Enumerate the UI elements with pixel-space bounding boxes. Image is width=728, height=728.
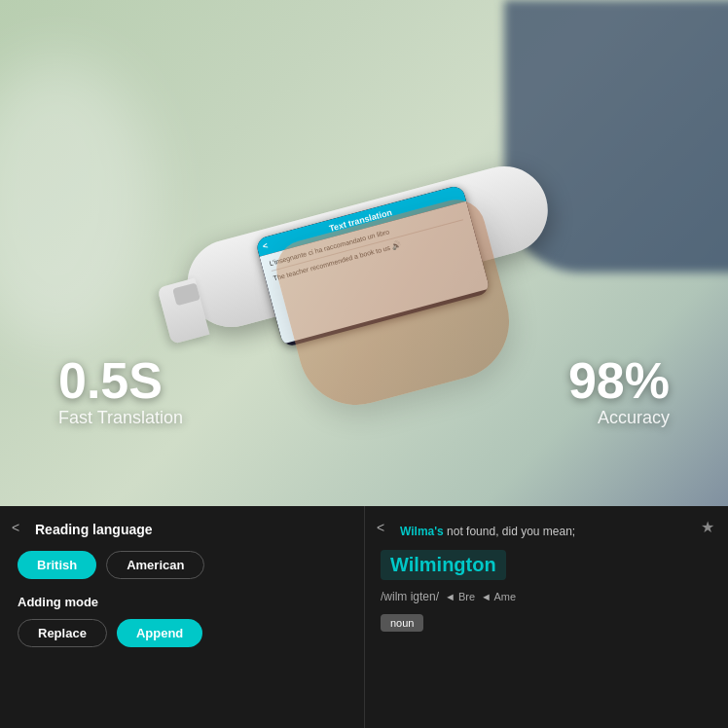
reading-language-panel: < Reading language British American Addi… — [0, 506, 364, 728]
ame-audio-button[interactable]: ◄ Ame — [481, 591, 516, 602]
pen-tip — [157, 278, 209, 345]
not-found-message: Wilma's not found, did you mean; — [400, 524, 712, 540]
not-found-suffix: not found, did you mean; — [444, 525, 575, 538]
accuracy-number: 98% — [568, 355, 670, 406]
british-button[interactable]: British — [18, 551, 96, 579]
phonetic-text: /wilm igten/ — [381, 590, 439, 603]
phonetic-row: /wilm igten/ ◄ Bre ◄ Ame — [381, 590, 712, 603]
append-button[interactable]: Append — [117, 619, 202, 647]
american-button[interactable]: American — [106, 551, 204, 579]
part-of-speech-tag: noun — [381, 614, 423, 632]
reading-language-title: Reading language — [35, 522, 346, 537]
bre-audio-button[interactable]: ◄ Bre — [445, 591, 475, 602]
bottom-panels: < Reading language British American Addi… — [0, 506, 728, 728]
mode-options: Replace Append — [18, 619, 346, 647]
replace-button[interactable]: Replace — [18, 619, 107, 647]
favorite-star-button[interactable]: ★ — [701, 518, 714, 536]
bg-decoration-left — [0, 58, 156, 350]
right-panel-back-button[interactable]: < — [377, 520, 384, 535]
screen-back-icon: < — [262, 240, 270, 251]
speed-label: Fast Translation — [58, 408, 183, 428]
pen-button — [172, 282, 200, 306]
word-lookup-panel: < ★ Wilma's not found, did you mean; Wil… — [364, 506, 728, 728]
suggestion-word: Wilmington — [381, 550, 506, 580]
product-hero-section: < Text translation L'insegnante ci ha ra… — [0, 0, 728, 506]
not-found-word: Wilma's — [400, 525, 444, 538]
language-options: British American — [18, 551, 346, 579]
accuracy-label: Accuracy — [568, 408, 670, 428]
stat-accuracy: 98% Accuracy — [568, 355, 670, 428]
left-panel-back-button[interactable]: < — [12, 520, 19, 535]
stat-speed: 0.5S Fast Translation — [58, 355, 183, 428]
adding-mode-title: Adding mode — [18, 595, 346, 609]
speed-number: 0.5S — [58, 355, 183, 406]
